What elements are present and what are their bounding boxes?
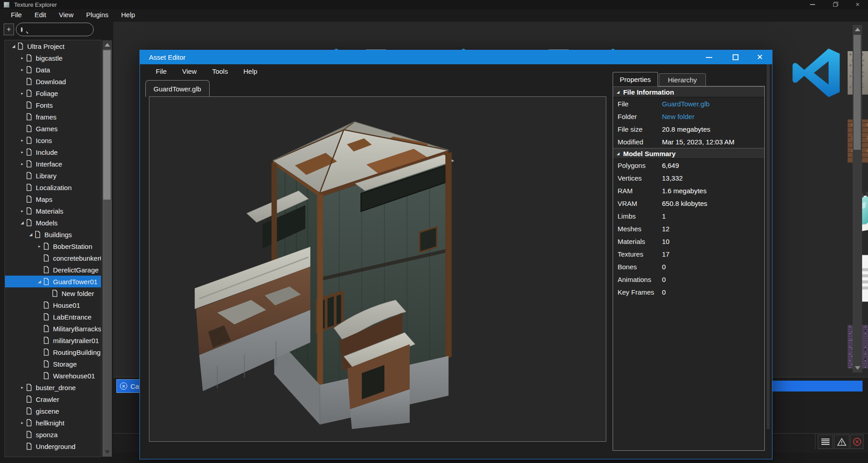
- section-file-information[interactable]: ◢ File Information: [613, 86, 764, 97]
- property-row: Modified Mar 15, 2023, 12:03 AM: [613, 135, 764, 148]
- expander-icon[interactable]: ▸: [19, 162, 25, 166]
- tree-item-militarybarracks[interactable]: MilitaryBarracks: [5, 323, 101, 334]
- tree-item-bigcastle[interactable]: ▸ bigcastle: [5, 52, 101, 64]
- asset-editor-titlebar[interactable]: Asset Editor ✕: [140, 50, 772, 64]
- tree-item-frames[interactable]: frames: [5, 111, 101, 123]
- tree-item-games[interactable]: Games: [5, 123, 101, 134]
- section-model-summary[interactable]: ◢ Model Summary: [613, 148, 764, 159]
- expander-icon[interactable]: ◢: [10, 44, 17, 48]
- tree-item-house01[interactable]: House01: [5, 299, 101, 311]
- tree-item-models[interactable]: ◢ Models: [5, 217, 101, 229]
- error-icon: ✕: [853, 438, 861, 446]
- tree-item-sponza[interactable]: sponza: [5, 429, 101, 440]
- tree-scrollbar[interactable]: [102, 40, 112, 457]
- tree-item-storage[interactable]: Storage: [5, 358, 101, 370]
- tree-item-new-folder[interactable]: New folder: [5, 287, 101, 299]
- errors-button[interactable]: ✕: [850, 434, 863, 449]
- property-label: File: [613, 100, 662, 108]
- tree-item-giscene[interactable]: giscene: [5, 405, 101, 417]
- warnings-button[interactable]: [834, 434, 849, 449]
- maximize-button[interactable]: [727, 51, 744, 63]
- expander-icon[interactable]: ▸: [19, 385, 25, 390]
- expander-icon[interactable]: ◢: [36, 279, 43, 284]
- scrollbar-thumb[interactable]: [854, 35, 861, 150]
- tree-item-download[interactable]: Download: [5, 76, 101, 87]
- tree-item-icons[interactable]: ▸ Icons: [5, 134, 101, 146]
- tree-item-library[interactable]: Library: [5, 170, 101, 181]
- add-button[interactable]: +: [4, 24, 14, 35]
- menu-item-file[interactable]: File: [148, 67, 174, 75]
- tab-hierarchy[interactable]: Hierarchy: [659, 73, 706, 86]
- expander-icon[interactable]: ▸: [19, 56, 25, 60]
- tree-item-materials[interactable]: ▸ Materials: [5, 205, 101, 217]
- tree-item-ultra-project[interactable]: ◢ Ultra Project: [5, 40, 101, 52]
- property-value[interactable]: New folder: [662, 113, 695, 120]
- search-box[interactable]: [16, 23, 94, 36]
- tree-item-underground[interactable]: Underground: [5, 440, 101, 452]
- tree-item-interface[interactable]: ▸ Interface: [5, 158, 101, 170]
- close-button[interactable]: ✕: [751, 51, 768, 63]
- tree-item-warehouse01[interactable]: Warehouse01: [5, 370, 101, 382]
- expander-icon[interactable]: ▸: [19, 150, 25, 154]
- tree-item-localization[interactable]: Localization: [5, 181, 101, 193]
- menu-item-help[interactable]: Help: [115, 9, 141, 21]
- tree-item-maps[interactable]: Maps: [5, 193, 101, 205]
- model-3d-view[interactable]: [149, 96, 606, 442]
- expander-icon[interactable]: ◢: [28, 232, 34, 237]
- tree-item-buster-drone[interactable]: ▸ buster_drone: [5, 382, 101, 393]
- tree-item-buildings[interactable]: ◢ Buildings: [5, 229, 101, 240]
- tab-guardtower-glb[interactable]: GuardTower.glb: [145, 80, 210, 97]
- expander-icon[interactable]: ▸: [19, 138, 25, 143]
- scroll-down-icon[interactable]: [853, 363, 862, 372]
- tree-item-derelictgarage[interactable]: DerelictGarage: [5, 264, 101, 276]
- tree-item-militarytrailer01[interactable]: militarytrailer01: [5, 334, 101, 346]
- properties-scrollbar[interactable]: [767, 64, 770, 429]
- scroll-up-icon[interactable]: [102, 40, 112, 49]
- tree-item-guardtower01[interactable]: ◢ GuardTower01: [5, 276, 101, 287]
- file-item-1-[interactable]: 1....: [835, 48, 868, 124]
- scroll-up-icon[interactable]: [853, 25, 862, 34]
- file-item-hat[interactable]: hat: [835, 185, 868, 262]
- file-icon: [25, 207, 33, 215]
- menu-item-view[interactable]: View: [174, 67, 204, 75]
- scrollbar-thumb[interactable]: [103, 50, 110, 200]
- selected-row-highlight[interactable]: [770, 381, 863, 391]
- tree-item-data[interactable]: ▸ Data: [5, 64, 101, 76]
- tree-item-fonts[interactable]: Fonts: [5, 99, 101, 111]
- scroll-down-icon[interactable]: [102, 448, 112, 457]
- restore-button[interactable]: [830, 1, 840, 8]
- property-value[interactable]: GuardTower.glb: [662, 100, 710, 108]
- file-item-k-[interactable]: k....: [835, 116, 868, 193]
- file-icon: [25, 195, 33, 203]
- expander-icon[interactable]: ▸: [19, 91, 25, 95]
- menu-item-help[interactable]: Help: [235, 67, 265, 75]
- expander-icon[interactable]: ▸: [19, 420, 25, 425]
- tab-properties[interactable]: Properties: [613, 72, 658, 86]
- expander-icon[interactable]: ▸: [19, 209, 25, 213]
- menu-item-view[interactable]: View: [53, 9, 80, 21]
- expander-icon[interactable]: ▸: [19, 67, 25, 72]
- tree-item-include[interactable]: ▸ Include: [5, 146, 101, 158]
- file-item-itf[interactable]: ITF: [835, 253, 868, 330]
- tree-item-boberstation[interactable]: ▸ BoberStation: [5, 240, 101, 252]
- menu-item-tools[interactable]: Tools: [204, 67, 235, 75]
- search-input[interactable]: [23, 26, 112, 33]
- tree-item-crawler[interactable]: Crawler: [5, 393, 101, 405]
- menu-item-plugins[interactable]: Plugins: [80, 9, 115, 21]
- minimize-button[interactable]: [700, 51, 718, 63]
- tree-item-hellknight[interactable]: ▸ hellknight: [5, 417, 101, 429]
- expander-icon[interactable]: ◢: [19, 220, 25, 225]
- tree-item-label: MilitaryBarracks: [53, 325, 101, 333]
- menu-item-edit[interactable]: Edit: [28, 9, 53, 21]
- menu-item-file[interactable]: File: [5, 9, 28, 21]
- minimize-button[interactable]: [807, 1, 817, 8]
- tree-item-routingbuilding[interactable]: RoutingBuilding: [5, 346, 101, 358]
- list-view-button[interactable]: [818, 434, 833, 449]
- tree-item-foliage[interactable]: ▸ Foliage: [5, 87, 101, 99]
- close-button[interactable]: ✕: [853, 1, 863, 8]
- tree-item-concretebunker01[interactable]: concretebunker01: [5, 252, 101, 264]
- collapse-icon: ◢: [617, 152, 619, 156]
- grid-scrollbar[interactable]: [853, 25, 862, 372]
- tree-item-labentrance[interactable]: LabEntrance: [5, 311, 101, 323]
- expander-icon[interactable]: ▸: [36, 244, 43, 248]
